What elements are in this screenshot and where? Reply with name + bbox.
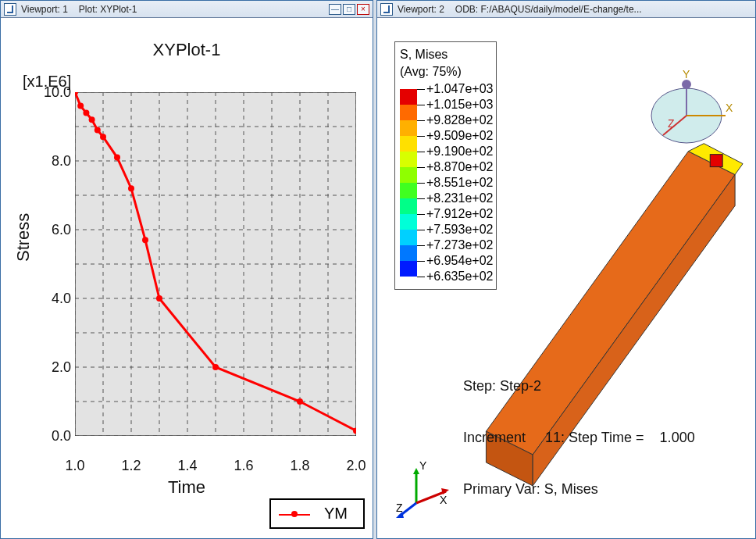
legend-color: [400, 105, 417, 120]
triad-x: X: [440, 494, 448, 506]
y-tick: 2.0: [40, 359, 71, 376]
viewport-1-titlebar[interactable]: Viewport: 1 Plot: XYPlot-1 — □ ×: [1, 1, 373, 18]
svg-rect-40: [710, 155, 722, 167]
svg-point-31: [142, 237, 148, 243]
legend-color: [400, 198, 417, 214]
legend-color: [400, 120, 417, 136]
svg-point-30: [128, 185, 134, 191]
chart-xlabel: Time: [1, 477, 373, 498]
x-tick: 1.6: [230, 458, 258, 474]
viewport-2-titlebar[interactable]: Viewport: 2 ODB: F:/ABAQUS/daily/model/E…: [377, 1, 755, 18]
chart-ylabel: Stress: [13, 213, 34, 262]
svg-point-28: [100, 134, 106, 140]
viewport-1-label: Viewport: 1: [21, 4, 68, 15]
y-tick: 4.0: [40, 291, 71, 307]
triad-y: Y: [419, 460, 427, 472]
chart-title: XYPlot-1: [1, 40, 373, 60]
orientation-triad[interactable]: Y X Z: [640, 61, 733, 155]
odb-view[interactable]: Y X Z S, Mises (Avg: 75%) +1.047e+03+1.0…: [377, 18, 755, 538]
legend-color: [400, 245, 417, 261]
x-tick: 1.2: [117, 458, 145, 474]
viewport-2: Viewport: 2 ODB: F:/ABAQUS/daily/model/E…: [376, 0, 756, 539]
y-tick: 8.0: [40, 153, 71, 170]
svg-point-27: [94, 127, 101, 133]
x-tick: 2.0: [342, 458, 370, 474]
xy-plot[interactable]: XYPlot-1 [x1.E6] Stress Time 10.08.06.04…: [1, 18, 373, 538]
chart-canvas: [75, 92, 356, 436]
mises-legend: S, Mises (Avg: 75%) +1.047e+03+1.015e+03…: [394, 41, 497, 290]
y-tick: 6.0: [40, 222, 71, 238]
svg-point-26: [89, 116, 95, 123]
app-root: Viewport: 1 Plot: XYPlot-1 — □ × XYPlot-…: [0, 0, 756, 539]
step-line-1: Step: Step-2: [463, 377, 695, 394]
svg-point-33: [212, 364, 219, 370]
legend-color: [400, 89, 417, 105]
legend-color: [400, 261, 417, 277]
app-icon: [380, 3, 393, 16]
legend-value-row: +9.190e+02: [417, 144, 493, 159]
viewport-1-extra-label: Plot:: [79, 4, 98, 15]
svg-point-29: [114, 155, 120, 161]
legend-color: [400, 230, 417, 245]
y-tick: 10.0: [40, 84, 71, 101]
close-button[interactable]: ×: [357, 4, 369, 15]
legend-value-row: +9.509e+02: [417, 128, 493, 144]
x-tick: 1.8: [286, 458, 314, 474]
svg-point-25: [83, 109, 89, 116]
legend-value-row: +9.828e+02: [417, 112, 493, 128]
legend-value-row: +8.870e+02: [417, 159, 493, 175]
legend-value-row: +7.912e+02: [417, 206, 493, 222]
viewport-1-extra-value: XYPlot-1: [100, 4, 137, 15]
legend-label: YM: [324, 505, 348, 523]
viewport-1: Viewport: 1 Plot: XYPlot-1 — □ × XYPlot-…: [0, 0, 373, 539]
mini-triad-y: Y: [683, 68, 690, 80]
x-tick: 1.0: [61, 458, 89, 474]
svg-point-24: [77, 103, 84, 109]
chart-legend: YM: [269, 498, 365, 529]
legend-value-row: +8.551e+02: [417, 175, 493, 191]
legend-color: [400, 167, 417, 183]
legend-value-row: +7.593e+02: [417, 222, 493, 237]
svg-point-34: [297, 398, 303, 405]
mises-header-1: S, Mises: [400, 47, 493, 62]
maximize-button[interactable]: □: [343, 4, 355, 15]
legend-color: [400, 214, 417, 230]
legend-color: [400, 152, 417, 167]
app-icon: [4, 3, 16, 16]
mini-triad-x: X: [726, 102, 733, 114]
step-info: Step: Step-2 Increment 11: Step Time = 1…: [463, 343, 695, 532]
x-tick: 1.4: [173, 458, 201, 474]
svg-point-32: [156, 295, 162, 302]
legend-value-row: +6.635e+02: [417, 269, 493, 284]
y-tick: 0.0: [40, 428, 71, 444]
step-line-2: Increment 11: Step Time = 1.000: [463, 429, 695, 446]
legend-swatch: [279, 509, 310, 519]
viewport-2-extra-label: ODB:: [455, 4, 478, 15]
svg-marker-47: [413, 468, 419, 474]
global-triad: Y X Z: [393, 460, 455, 523]
triad-z: Z: [396, 502, 403, 514]
legend-value-row: +7.273e+02: [417, 237, 493, 253]
viewport-2-label: Viewport: 2: [398, 4, 444, 15]
legend-value-row: +1.015e+03: [417, 97, 493, 112]
minimize-button[interactable]: —: [329, 4, 341, 15]
legend-color: [400, 183, 417, 198]
step-line-3: Primary Var: S, Mises: [463, 480, 695, 498]
mises-header-2: (Avg: 75%): [400, 64, 493, 80]
legend-color: [400, 136, 417, 152]
legend-value-row: +1.047e+03: [417, 81, 493, 97]
mini-triad-z: Z: [668, 117, 675, 130]
legend-value-row: +6.954e+02: [417, 253, 493, 269]
legend-value-row: +8.231e+02: [417, 191, 493, 206]
viewport-2-extra-value: F:/ABAQUS/daily/model/E-change/te...: [481, 4, 642, 15]
